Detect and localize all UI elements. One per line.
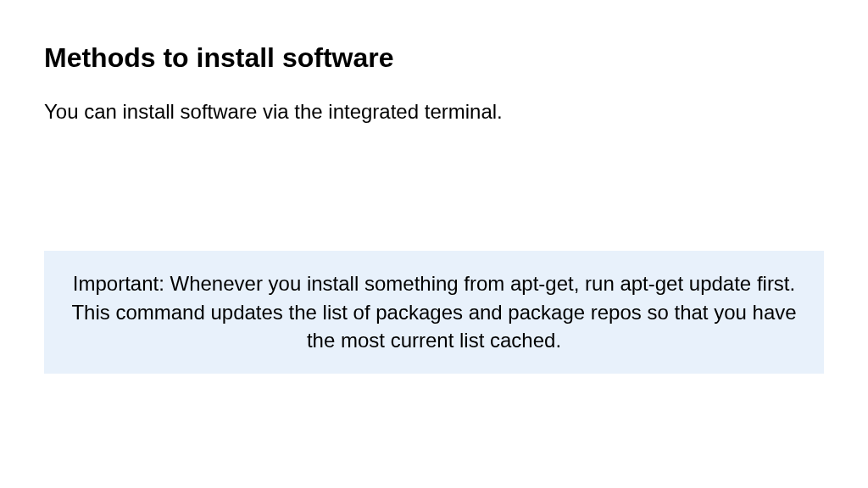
page-title: Methods to install software [44,42,824,74]
important-callout: Important: Whenever you install somethin… [44,251,824,374]
intro-paragraph: You can install software via the integra… [44,97,824,126]
callout-text: Important: Whenever you install somethin… [71,272,796,352]
